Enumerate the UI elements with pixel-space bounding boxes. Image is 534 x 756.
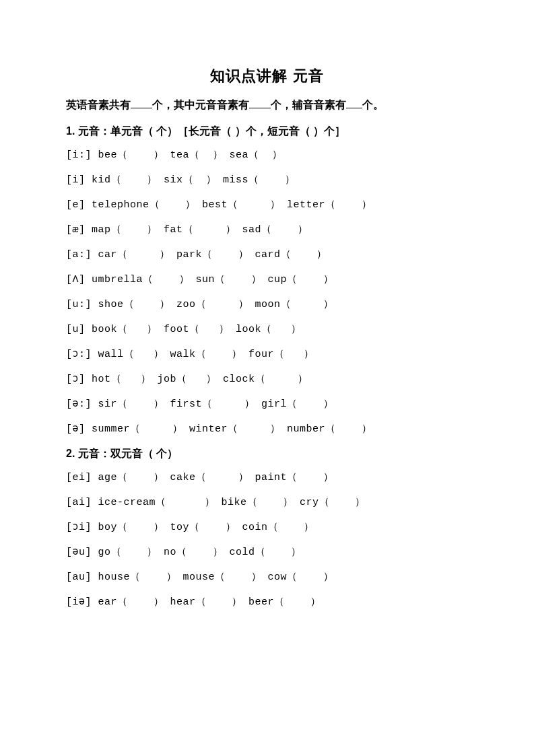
mono-row: [ə:] sir（ ） first（ ） girl（ ）: [66, 397, 468, 410]
mono-row: [ɔ:] wall（ ） walk（ ） four（ ）: [66, 347, 468, 360]
diph-row: [ei] age（ ） cake（ ） paint（ ）: [66, 471, 468, 483]
section2-heading: 2. 元音：双元音（ 个）: [66, 447, 468, 461]
intro-p2: 个，其中元音音素有: [152, 99, 249, 110]
diph-row: [əu] go（ ） no（ ） cold（ ）: [66, 545, 468, 558]
intro-line: 英语音素共有个，其中元音音素有个，辅音音素有个。: [66, 97, 468, 112]
mono-row: [ɔ] hot（ ） job（ ） clock（ ）: [66, 372, 468, 385]
intro-p1: 英语音素共有: [66, 99, 131, 110]
mono-row: [i:] bee（ ） tea（ ） sea（ ）: [66, 148, 468, 161]
diphthong-list: [ei] age（ ） cake（ ） paint（ ）[ai] ice-cre…: [66, 471, 468, 608]
diph-row: [au] house（ ） mouse（ ） cow（ ）: [66, 570, 468, 583]
diph-row: [iə] ear（ ） hear（ ） beer（ ）: [66, 595, 468, 608]
mono-row: [Λ] umbrella（ ） sun（ ） cup（ ）: [66, 273, 468, 285]
mono-row: [a:] car（ ） park（ ） card（ ）: [66, 248, 468, 261]
blank-total: [131, 97, 152, 108]
intro-p4: 个。: [362, 99, 384, 110]
monophthong-list: [i:] bee（ ） tea（ ） sea（ ）[i] kid（ ） six（…: [66, 148, 468, 435]
mono-row: [u] book（ ） foot（ ） look（ ）: [66, 322, 468, 335]
mono-row: [i] kid（ ） six（ ） miss（ ）: [66, 173, 468, 186]
mono-row: [e] telephone（ ） best（ ） letter（ ）: [66, 198, 468, 211]
diph-row: [ɔi] boy（ ） toy（ ） coin（ ）: [66, 520, 468, 533]
page-content: 知识点讲解 元音 英语音素共有个，其中元音音素有个，辅音音素有个。 1. 元音：…: [0, 0, 534, 608]
page-title: 知识点讲解 元音: [66, 66, 468, 86]
intro-p3: 个，辅音音素有: [271, 99, 346, 110]
blank-consonant: [346, 97, 362, 108]
mono-row: [ə] summer（ ） winter（ ） number（ ）: [66, 422, 468, 435]
mono-row: [æ] map（ ） fat（ ） sad（ ）: [66, 223, 468, 236]
blank-vowel: [249, 97, 271, 108]
diph-row: [ai] ice-cream（ ） bike（ ） cry（ ）: [66, 495, 468, 508]
mono-row: [u:] shoe（ ） zoo（ ） moon（ ）: [66, 298, 468, 310]
section1-heading: 1. 元音：单元音（ 个）［长元音（ ）个，短元音（ ）个］: [66, 125, 468, 139]
